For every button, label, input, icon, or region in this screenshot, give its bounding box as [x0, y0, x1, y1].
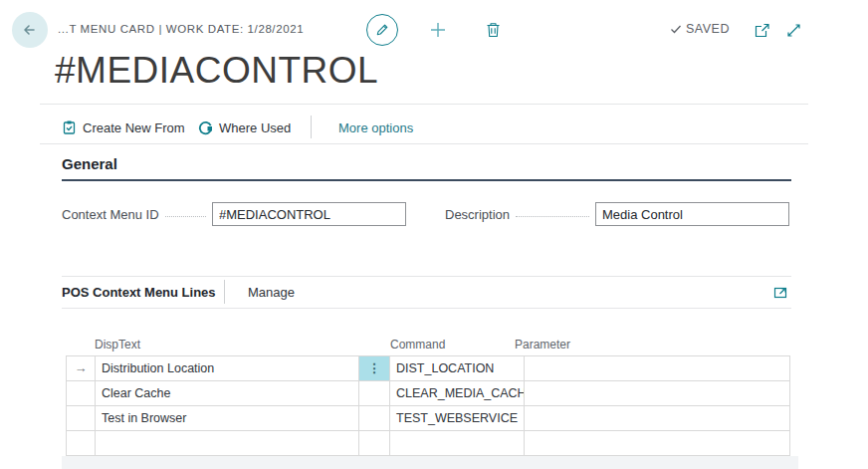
context-menu-card-page: ...T MENU CARD | WORK DATE: 1/28/2021 SA…: [0, 0, 868, 469]
dotted-leader: [516, 205, 589, 217]
disptext-cell[interactable]: [96, 431, 359, 456]
context-menu-id-input[interactable]: [212, 202, 406, 226]
row-selector-cell[interactable]: [66, 406, 96, 431]
active-row-arrow-icon: →: [66, 356, 96, 381]
disptext-cell[interactable]: Test in Browser: [96, 406, 359, 431]
back-button[interactable]: [12, 12, 48, 48]
column-header-parameter[interactable]: Parameter: [515, 338, 570, 352]
page-title: #MEDIACONTROL: [55, 50, 378, 92]
row-options-button[interactable]: ⋮: [359, 356, 390, 381]
divider: [40, 143, 808, 144]
column-header-command[interactable]: Command: [390, 338, 445, 352]
row-options-cell[interactable]: [359, 431, 390, 456]
create-new-from-button[interactable]: Create New From: [62, 117, 185, 137]
where-used-label: Where Used: [219, 120, 291, 135]
pos-lines-table: → Distribution Location ⋮ DIST_LOCATION …: [66, 355, 790, 456]
disptext-cell[interactable]: Distribution Location: [96, 356, 359, 381]
action-bar-separator: [311, 116, 312, 138]
save-status: SAVED: [669, 22, 730, 36]
focus-mode-icon: [772, 284, 789, 301]
row-selector-cell[interactable]: [66, 381, 96, 406]
context-menu-id-field: Context Menu ID: [62, 202, 406, 226]
row-options-cell[interactable]: [359, 406, 390, 431]
delete-button[interactable]: [482, 19, 504, 41]
description-label: Description: [445, 207, 510, 222]
plus-icon: [428, 20, 448, 40]
command-cell[interactable]: [390, 431, 525, 456]
parameter-cell[interactable]: [525, 356, 790, 381]
trash-icon: [485, 21, 502, 39]
description-field: Description: [445, 202, 789, 226]
new-button[interactable]: [426, 18, 450, 42]
divider: [62, 308, 791, 309]
table-row[interactable]: → Distribution Location ⋮ DIST_LOCATION: [66, 356, 790, 381]
command-cell[interactable]: CLEAR_MEDIA_CACHE: [390, 381, 525, 406]
open-in-window-button[interactable]: [752, 20, 771, 40]
back-arrow-icon: [21, 21, 39, 39]
command-cell[interactable]: DIST_LOCATION: [390, 356, 525, 381]
parameter-cell[interactable]: [525, 381, 790, 406]
clipboard-check-icon: [62, 119, 77, 135]
open-in-window-icon: [754, 22, 770, 39]
command-cell[interactable]: TEST_WEBSERVICE: [390, 406, 525, 431]
column-header-disptext[interactable]: DispText: [95, 338, 140, 352]
parameter-cell[interactable]: [525, 406, 790, 431]
disptext-cell[interactable]: Clear Cache: [96, 381, 359, 406]
manage-menu-button[interactable]: Manage: [248, 285, 295, 300]
row-options-cell[interactable]: [359, 381, 390, 406]
context-menu-id-label: Context Menu ID: [62, 207, 159, 222]
table-row-empty[interactable]: [66, 431, 790, 456]
pencil-icon: [374, 22, 390, 38]
more-options-button[interactable]: More options: [338, 117, 413, 137]
where-used-button[interactable]: Where Used: [198, 117, 291, 137]
table-row[interactable]: Test in Browser TEST_WEBSERVICE: [66, 406, 790, 431]
general-section-heading[interactable]: General: [62, 155, 117, 172]
divider: [62, 276, 791, 277]
breadcrumb: ...T MENU CARD | WORK DATE: 1/28/2021: [58, 23, 304, 35]
row-selector-cell[interactable]: [66, 431, 96, 456]
fullscreen-button[interactable]: [783, 20, 803, 40]
lines-header-separator: [224, 280, 225, 304]
circular-arrow-icon: [198, 120, 213, 135]
focus-mode-button[interactable]: [770, 282, 790, 302]
expand-arrows-icon: [785, 22, 802, 39]
edit-button[interactable]: [366, 14, 398, 46]
parameter-cell[interactable]: [525, 431, 790, 456]
dotted-leader: [165, 205, 206, 217]
description-input[interactable]: [595, 202, 789, 226]
create-new-from-label: Create New From: [83, 120, 185, 135]
table-footer-bar: [62, 456, 798, 469]
divider: [40, 104, 808, 105]
pos-lines-section-heading[interactable]: POS Context Menu Lines: [62, 285, 216, 300]
check-icon: [669, 22, 683, 36]
save-status-label: SAVED: [686, 22, 730, 36]
table-row[interactable]: Clear Cache CLEAR_MEDIA_CACHE: [66, 381, 790, 406]
general-section-underline: [62, 179, 791, 181]
